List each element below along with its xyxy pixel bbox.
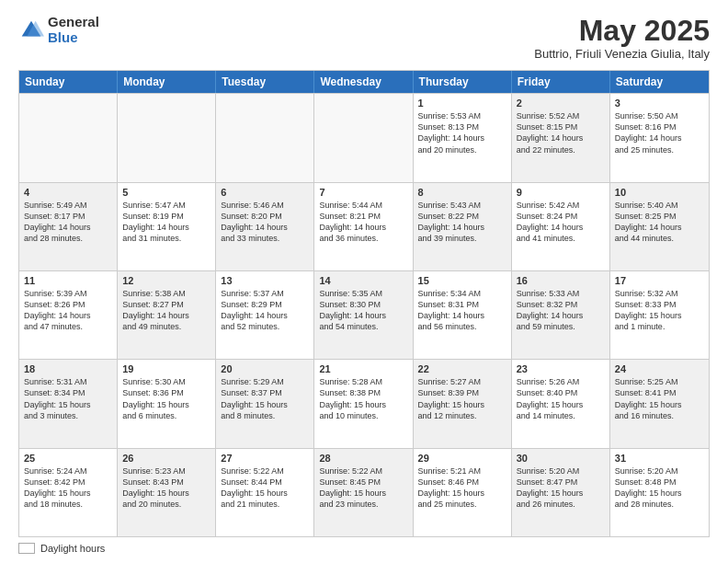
header: General Blue May 2025 Buttrio, Friuli Ve… (18, 15, 710, 61)
cell-text: Sunrise: 5:38 AM Sunset: 8:27 PM Dayligh… (122, 288, 210, 333)
day-number: 20 (221, 363, 309, 374)
cal-cell: 1Sunrise: 5:53 AM Sunset: 8:13 PM Daylig… (414, 94, 512, 181)
day-number: 12 (122, 275, 210, 286)
cal-header-cell: Wednesday (314, 71, 413, 93)
cal-cell: 14Sunrise: 5:35 AM Sunset: 8:30 PM Dayli… (314, 271, 413, 359)
day-number: 29 (418, 453, 506, 464)
cal-cell: 7Sunrise: 5:44 AM Sunset: 8:21 PM Daylig… (314, 183, 413, 270)
cell-text: Sunrise: 5:20 AM Sunset: 8:48 PM Dayligh… (615, 465, 704, 511)
cell-text: Sunrise: 5:22 AM Sunset: 8:45 PM Dayligh… (319, 465, 407, 511)
cal-cell: 30Sunrise: 5:20 AM Sunset: 8:47 PM Dayli… (512, 449, 610, 536)
cal-cell: 16Sunrise: 5:33 AM Sunset: 8:32 PM Dayli… (512, 271, 610, 359)
day-number: 10 (615, 187, 704, 198)
cell-text: Sunrise: 5:43 AM Sunset: 8:22 PM Dayligh… (418, 200, 506, 245)
cell-text: Sunrise: 5:40 AM Sunset: 8:25 PM Dayligh… (615, 200, 704, 245)
cal-cell: 13Sunrise: 5:37 AM Sunset: 8:29 PM Dayli… (216, 271, 314, 359)
cell-text: Sunrise: 5:30 AM Sunset: 8:36 PM Dayligh… (122, 376, 210, 421)
cell-text: Sunrise: 5:25 AM Sunset: 8:41 PM Dayligh… (615, 376, 704, 421)
cal-cell: 29Sunrise: 5:21 AM Sunset: 8:46 PM Dayli… (414, 449, 512, 536)
day-number: 3 (615, 98, 704, 109)
logo-blue: Blue (48, 30, 99, 46)
cal-cell: 8Sunrise: 5:43 AM Sunset: 8:22 PM Daylig… (414, 183, 512, 270)
cal-cell (19, 94, 118, 181)
day-number: 21 (319, 363, 407, 374)
cell-text: Sunrise: 5:23 AM Sunset: 8:43 PM Dayligh… (122, 465, 210, 511)
cell-text: Sunrise: 5:52 AM Sunset: 8:15 PM Dayligh… (517, 110, 605, 155)
cal-cell: 18Sunrise: 5:31 AM Sunset: 8:34 PM Dayli… (19, 360, 118, 447)
cal-row: 11Sunrise: 5:39 AM Sunset: 8:26 PM Dayli… (19, 270, 709, 359)
day-number: 31 (615, 453, 704, 464)
page: General Blue May 2025 Buttrio, Friuli Ve… (0, 0, 728, 563)
day-number: 1 (418, 98, 506, 109)
day-number: 4 (24, 187, 112, 198)
cal-cell: 6Sunrise: 5:46 AM Sunset: 8:20 PM Daylig… (216, 183, 314, 270)
day-number: 7 (319, 187, 407, 198)
cal-cell: 11Sunrise: 5:39 AM Sunset: 8:26 PM Dayli… (19, 271, 118, 359)
cell-text: Sunrise: 5:27 AM Sunset: 8:39 PM Dayligh… (418, 376, 506, 421)
logo-icon (18, 17, 44, 43)
day-number: 8 (418, 187, 506, 198)
day-number: 15 (418, 275, 506, 286)
cal-cell: 21Sunrise: 5:28 AM Sunset: 8:38 PM Dayli… (314, 360, 413, 447)
cal-cell: 25Sunrise: 5:24 AM Sunset: 8:42 PM Dayli… (19, 449, 118, 536)
cal-row: 25Sunrise: 5:24 AM Sunset: 8:42 PM Dayli… (19, 448, 709, 536)
logo-text: General Blue (48, 15, 99, 45)
cal-cell (314, 94, 413, 181)
cell-text: Sunrise: 5:34 AM Sunset: 8:31 PM Dayligh… (418, 288, 506, 333)
cal-cell: 9Sunrise: 5:42 AM Sunset: 8:24 PM Daylig… (512, 183, 610, 270)
cell-text: Sunrise: 5:22 AM Sunset: 8:44 PM Dayligh… (221, 465, 309, 511)
cal-header-cell: Saturday (610, 71, 709, 93)
day-number: 2 (517, 98, 605, 109)
legend-box (18, 543, 35, 554)
logo-general: General (48, 15, 99, 30)
cal-row: 1Sunrise: 5:53 AM Sunset: 8:13 PM Daylig… (19, 93, 709, 181)
day-number: 5 (122, 187, 210, 198)
cal-cell: 17Sunrise: 5:32 AM Sunset: 8:33 PM Dayli… (610, 271, 709, 359)
cell-text: Sunrise: 5:33 AM Sunset: 8:32 PM Dayligh… (517, 288, 605, 333)
cell-text: Sunrise: 5:24 AM Sunset: 8:42 PM Dayligh… (24, 465, 112, 511)
cal-cell: 3Sunrise: 5:50 AM Sunset: 8:16 PM Daylig… (610, 94, 709, 181)
cell-text: Sunrise: 5:21 AM Sunset: 8:46 PM Dayligh… (418, 465, 506, 511)
calendar-header: SundayMondayTuesdayWednesdayThursdayFrid… (19, 71, 709, 93)
cell-text: Sunrise: 5:46 AM Sunset: 8:20 PM Dayligh… (221, 200, 309, 245)
cal-row: 4Sunrise: 5:49 AM Sunset: 8:17 PM Daylig… (19, 182, 709, 270)
cal-cell: 26Sunrise: 5:23 AM Sunset: 8:43 PM Dayli… (118, 449, 216, 536)
day-number: 14 (319, 275, 407, 286)
day-number: 11 (24, 275, 112, 286)
cal-cell: 2Sunrise: 5:52 AM Sunset: 8:15 PM Daylig… (512, 94, 610, 181)
day-number: 18 (24, 363, 112, 374)
cal-cell: 4Sunrise: 5:49 AM Sunset: 8:17 PM Daylig… (19, 183, 118, 270)
cal-cell (216, 94, 314, 181)
day-number: 24 (615, 363, 704, 374)
day-number: 6 (221, 187, 309, 198)
day-number: 25 (24, 453, 112, 464)
cell-text: Sunrise: 5:42 AM Sunset: 8:24 PM Dayligh… (517, 200, 605, 245)
cal-cell: 23Sunrise: 5:26 AM Sunset: 8:40 PM Dayli… (512, 360, 610, 447)
location: Buttrio, Friuli Venezia Giulia, Italy (534, 47, 710, 61)
day-number: 26 (122, 453, 210, 464)
calendar: SundayMondayTuesdayWednesdayThursdayFrid… (18, 70, 710, 537)
legend-label: Daylight hours (40, 543, 105, 554)
cal-cell: 20Sunrise: 5:29 AM Sunset: 8:37 PM Dayli… (216, 360, 314, 447)
cal-cell: 31Sunrise: 5:20 AM Sunset: 8:48 PM Dayli… (610, 449, 709, 536)
day-number: 27 (221, 453, 309, 464)
cal-header-cell: Tuesday (216, 71, 314, 93)
cell-text: Sunrise: 5:28 AM Sunset: 8:38 PM Dayligh… (319, 376, 407, 421)
day-number: 17 (615, 275, 704, 286)
day-number: 30 (517, 453, 605, 464)
cell-text: Sunrise: 5:32 AM Sunset: 8:33 PM Dayligh… (615, 288, 704, 333)
cell-text: Sunrise: 5:50 AM Sunset: 8:16 PM Dayligh… (615, 110, 704, 155)
cal-cell: 24Sunrise: 5:25 AM Sunset: 8:41 PM Dayli… (610, 360, 709, 447)
cal-cell: 19Sunrise: 5:30 AM Sunset: 8:36 PM Dayli… (118, 360, 216, 447)
day-number: 13 (221, 275, 309, 286)
cal-cell: 22Sunrise: 5:27 AM Sunset: 8:39 PM Dayli… (414, 360, 512, 447)
cal-cell: 10Sunrise: 5:40 AM Sunset: 8:25 PM Dayli… (610, 183, 709, 270)
cell-text: Sunrise: 5:47 AM Sunset: 8:19 PM Dayligh… (122, 200, 210, 245)
cell-text: Sunrise: 5:44 AM Sunset: 8:21 PM Dayligh… (319, 200, 407, 245)
cell-text: Sunrise: 5:49 AM Sunset: 8:17 PM Dayligh… (24, 200, 112, 245)
cal-cell: 27Sunrise: 5:22 AM Sunset: 8:44 PM Dayli… (216, 449, 314, 536)
cal-cell: 12Sunrise: 5:38 AM Sunset: 8:27 PM Dayli… (118, 271, 216, 359)
cell-text: Sunrise: 5:31 AM Sunset: 8:34 PM Dayligh… (24, 376, 112, 421)
logo: General Blue (18, 15, 99, 45)
cell-text: Sunrise: 5:35 AM Sunset: 8:30 PM Dayligh… (319, 288, 407, 333)
